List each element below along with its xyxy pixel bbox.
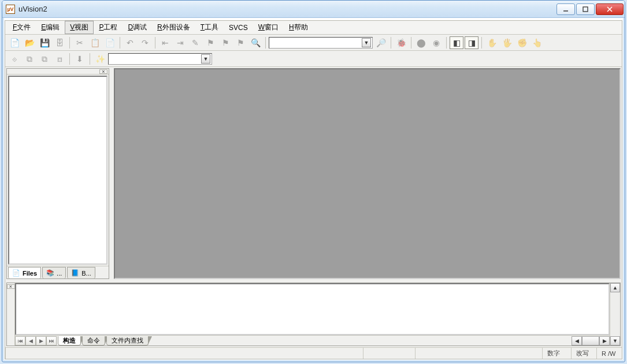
bookmark-clear-icon[interactable]: ⚑: [233, 36, 247, 49]
debug-start-icon[interactable]: 🐞: [394, 36, 408, 49]
tool-c-icon[interactable]: ✊: [515, 36, 529, 49]
find-in-files-icon[interactable]: 🔍: [248, 36, 262, 49]
statusbar: 数字 改写 R /W: [5, 347, 622, 359]
tab-nav-next-icon[interactable]: ▶: [36, 336, 46, 346]
status-message: [5, 348, 363, 359]
chevron-down-icon[interactable]: ▼: [362, 38, 371, 47]
project-panel: × 📄 Files 📚 ... 📘: [6, 68, 109, 279]
output-tab-command[interactable]: 命令: [82, 336, 105, 346]
output-tab-label: 构造: [63, 336, 76, 345]
search-combo[interactable]: ▼: [269, 37, 373, 49]
hscroll-track[interactable]: [582, 336, 599, 346]
indent-left-icon[interactable]: ⇤: [158, 36, 172, 49]
splitter-vertical[interactable]: [110, 68, 113, 279]
project-tab-regs[interactable]: 📚 ...: [42, 267, 66, 278]
menu-help[interactable]: H帮助: [284, 21, 313, 34]
bookmark-next-icon[interactable]: ⚑: [218, 36, 232, 49]
book2-icon: 📘: [71, 269, 79, 277]
menu-edit[interactable]: E编辑: [36, 21, 65, 34]
tool-d-icon[interactable]: 👆: [530, 36, 544, 49]
menu-peripherals[interactable]: R外围设备: [152, 21, 195, 34]
rebuild-icon[interactable]: ⧉: [38, 53, 51, 65]
status-ovr: 改写: [571, 348, 596, 359]
hscroll-left-icon[interactable]: ◀: [572, 336, 582, 346]
minimize-button[interactable]: [556, 3, 575, 15]
editor-area[interactable]: [114, 68, 621, 279]
chevron-down-icon[interactable]: ▼: [201, 54, 210, 64]
menubar: F文件 E编辑 V视图 P工程 D调试 R外围设备 T工具 SVCS W窗口 H…: [5, 21, 622, 35]
output-close-icon[interactable]: ×: [7, 284, 15, 289]
status-rw: R /W: [596, 348, 622, 359]
book-icon: 📚: [46, 269, 54, 277]
project-tab-files[interactable]: 📄 Files: [8, 267, 41, 278]
tool-b-icon[interactable]: 🖐: [500, 36, 514, 49]
files-icon: 📄: [12, 269, 20, 277]
menu-project[interactable]: P工程: [94, 21, 123, 34]
menu-file[interactable]: F文件: [8, 21, 36, 34]
output-tab-build[interactable]: 构造: [58, 336, 81, 346]
panel-close-icon[interactable]: ×: [99, 69, 107, 74]
status-numlock: 数字: [542, 348, 571, 359]
open-file-icon[interactable]: 📂: [23, 36, 36, 49]
breakpoint-enable-icon[interactable]: ◉: [429, 36, 443, 49]
menu-view[interactable]: V视图: [65, 21, 94, 34]
stop-build-icon[interactable]: ⧈: [53, 53, 66, 65]
menu-tools[interactable]: T工具: [195, 21, 224, 34]
project-tab-books[interactable]: 📘 B...: [67, 267, 95, 278]
output-window-icon[interactable]: ◨: [465, 36, 478, 49]
tab-nav-prev-icon[interactable]: ◀: [25, 336, 36, 346]
redo-icon[interactable]: ↷: [138, 36, 152, 49]
build-icon[interactable]: ⧉: [23, 53, 36, 65]
project-tabs: 📄 Files 📚 ... 📘 B...: [7, 266, 109, 278]
scroll-up-icon[interactable]: ▲: [610, 283, 620, 292]
project-tree[interactable]: [8, 76, 107, 265]
titlebar[interactable]: µV uVision2: [2, 1, 625, 18]
save-all-icon[interactable]: 🗄: [53, 36, 66, 49]
project-tab-label: ...: [57, 270, 62, 277]
tab-nav-first-icon[interactable]: ⏮: [15, 336, 25, 346]
indent-right-icon[interactable]: ⇥: [173, 36, 187, 49]
tool-a-icon[interactable]: ✋: [485, 36, 499, 49]
output-text[interactable]: [15, 283, 610, 335]
work-area: × 📄 Files 📚 ... 📘: [5, 67, 622, 347]
new-file-icon[interactable]: 📄: [8, 36, 21, 49]
output-tabs: ⏮ ◀ ▶ ⏭ 构造 命令 文件内查找: [15, 335, 610, 346]
menu-svcs[interactable]: SVCS: [224, 21, 253, 34]
bookmark-prev-icon[interactable]: ⚑: [203, 36, 217, 49]
paste-icon[interactable]: 📄: [103, 36, 117, 49]
download-icon[interactable]: ⬇: [73, 53, 87, 65]
project-tab-label: B...: [81, 270, 91, 277]
cut-icon[interactable]: ✂: [73, 36, 87, 49]
svg-rect-1: [583, 7, 588, 12]
target-options-icon[interactable]: ✨: [93, 53, 107, 65]
toolbar-build: ⟐ ⧉ ⧉ ⧈ ⬇ ✨ ▼: [5, 51, 622, 67]
output-vscroll[interactable]: ▲ ▼: [610, 283, 620, 346]
close-button[interactable]: [596, 3, 624, 15]
copy-icon[interactable]: 📋: [88, 36, 102, 49]
project-window-icon[interactable]: ◧: [450, 36, 463, 49]
window-title: uVision2: [18, 5, 47, 13]
save-icon[interactable]: 💾: [38, 36, 51, 49]
toolbar-main: 📄 📂 💾 🗄 ✂ 📋 📄 ↶ ↷ ⇤ ⇥ ✎ ⚑ ⚑ ⚑ 🔍 ▼ 🔎: [5, 35, 622, 51]
tab-nav-last-icon[interactable]: ⏭: [46, 336, 57, 346]
output-tab-label: 命令: [87, 336, 100, 345]
app-window: µV uVision2 F文件 E编辑 V视图 P工程 D调试 R外围设备 T工…: [2, 0, 625, 362]
hscroll-right-icon[interactable]: ▶: [599, 336, 610, 346]
scroll-track[interactable]: [610, 292, 620, 336]
output-panel: × ⏮ ◀ ▶ ⏭ 构造: [6, 283, 621, 346]
target-combo[interactable]: ▼: [108, 53, 212, 65]
bookmark-toggle-icon[interactable]: ✎: [188, 36, 202, 49]
output-tab-label: 文件内查找: [112, 336, 143, 345]
status-cell-2: [363, 348, 415, 359]
status-cell-3: [415, 348, 542, 359]
find-icon[interactable]: 🔎: [374, 36, 388, 49]
undo-icon[interactable]: ↶: [123, 36, 137, 49]
scroll-down-icon[interactable]: ▼: [610, 336, 620, 346]
translate-icon[interactable]: ⟐: [8, 53, 21, 65]
menu-debug[interactable]: D调试: [123, 21, 152, 34]
project-tab-label: Files: [23, 270, 37, 277]
maximize-button[interactable]: [576, 3, 595, 15]
breakpoint-icon[interactable]: ⬤: [414, 36, 428, 49]
menu-window[interactable]: W窗口: [253, 21, 284, 34]
output-tab-findinfiles[interactable]: 文件内查找: [106, 336, 149, 346]
